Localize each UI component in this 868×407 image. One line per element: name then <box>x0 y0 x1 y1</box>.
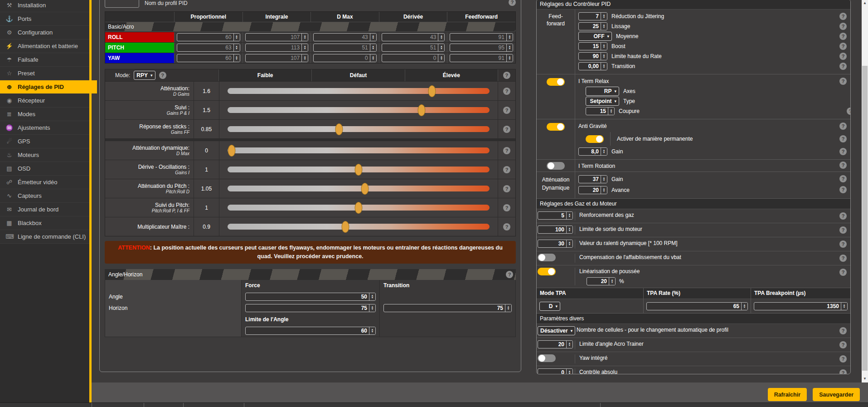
help-icon[interactable]: ? <box>839 369 847 374</box>
stepper-arrows[interactable]: ▲▼ <box>369 293 375 300</box>
sidebar-item-sensors[interactable]: ∿Capteurs <box>0 189 89 203</box>
sidebar-item-cli[interactable]: ⌨Ligne de commande (CLI) <box>0 230 89 244</box>
stepper-arrows[interactable]: ▲▼ <box>301 44 308 51</box>
yaw-i-input[interactable]: 107▲▼ <box>245 54 309 62</box>
yaw-d-input[interactable]: 0▲▼ <box>382 54 445 62</box>
help-icon[interactable]: ? <box>503 147 510 154</box>
pitch-dmax-input[interactable]: 51▲▼ <box>313 44 377 52</box>
slider-track[interactable] <box>228 167 490 172</box>
stepper-arrows[interactable]: ▲▼ <box>370 34 376 41</box>
throttle-boost-input[interactable]: 5▲▼ <box>538 211 573 220</box>
thrust-linearization-input[interactable]: 20▲▼ <box>587 277 616 285</box>
stepper-arrows[interactable]: ▲▼ <box>741 303 747 310</box>
stepper-arrows[interactable]: ▲▼ <box>369 327 375 334</box>
stepper-arrows[interactable]: ▲▼ <box>566 226 572 233</box>
slider-knob[interactable] <box>417 104 425 116</box>
stepper-arrows[interactable]: ▲▼ <box>601 63 607 70</box>
help-icon[interactable]: ? <box>839 162 847 169</box>
help-icon[interactable]: ? <box>839 53 847 60</box>
roll-d-input[interactable]: 43▲▼ <box>382 33 445 41</box>
pitch-p-input[interactable]: 63▲▼ <box>177 44 240 52</box>
stepper-arrows[interactable]: ▲▼ <box>233 34 240 41</box>
ff-transition-input[interactable]: 0,00▲▼ <box>578 62 607 70</box>
refresh-button[interactable]: Rafraîchir <box>768 388 807 401</box>
help-icon[interactable]: ? <box>839 175 847 182</box>
anti-gravity-toggle[interactable] <box>547 123 565 131</box>
dyn-damping-gain-input[interactable]: 37▲▼ <box>578 175 607 183</box>
help-icon[interactable]: ? <box>847 108 851 115</box>
stepper-arrows[interactable]: ▲▼ <box>506 34 513 41</box>
slider-track[interactable] <box>228 224 490 230</box>
vbat-compensation-toggle[interactable] <box>538 254 556 261</box>
stepper-arrows[interactable]: ▲▼ <box>301 54 308 62</box>
sidebar-item-modes[interactable]: ≣Modes <box>0 108 89 121</box>
integrated-yaw-toggle[interactable] <box>538 354 556 362</box>
anti-gravity-gain-input[interactable]: 8,0▲▼ <box>578 147 607 156</box>
angle-limit-input[interactable]: 60▲▼ <box>245 327 376 335</box>
help-icon[interactable]: ? <box>503 204 510 211</box>
sidebar-item-failsafe[interactable]: ☂Failsafe <box>0 53 89 67</box>
iterm-relax-type-select[interactable]: Setpoint▾ <box>586 97 619 106</box>
sidebar-item-installation[interactable]: ⚒Installation <box>0 0 89 12</box>
stepper-arrows[interactable]: ▲▼ <box>566 240 572 247</box>
help-icon[interactable]: ? <box>839 135 847 142</box>
help-icon[interactable]: ? <box>159 72 166 79</box>
stepper-arrows[interactable]: ▲▼ <box>301 34 308 41</box>
save-button[interactable]: Sauvegarder <box>813 388 860 401</box>
roll-ff-input[interactable]: 91▲▼ <box>450 33 513 41</box>
ff-averaging-select[interactable]: OFF▾ <box>578 32 612 41</box>
stepper-arrows[interactable]: ▲▼ <box>566 212 572 219</box>
cell-count-select[interactable]: Désactiver▾ <box>538 326 575 335</box>
stepper-arrows[interactable]: ▲▼ <box>506 44 513 51</box>
slider-track[interactable] <box>228 205 490 211</box>
stepper-arrows[interactable]: ▲▼ <box>601 176 607 183</box>
pitch-i-input[interactable]: 113▲▼ <box>245 44 309 52</box>
stepper-arrows[interactable]: ▲▼ <box>369 304 375 312</box>
help-icon[interactable]: ? <box>839 43 847 50</box>
absolute-control-input[interactable]: 0▲▼ <box>538 368 573 374</box>
ff-jitter-input[interactable]: 7▲▼ <box>578 12 607 20</box>
slider-knob[interactable] <box>335 123 343 135</box>
help-icon[interactable]: ? <box>839 33 847 40</box>
stepper-arrows[interactable]: ▲▼ <box>601 148 607 155</box>
iterm-rotation-toggle[interactable] <box>547 162 565 170</box>
stepper-arrows[interactable]: ▲▼ <box>506 54 513 62</box>
yaw-p-input[interactable]: 60▲▼ <box>177 54 240 62</box>
motor-output-limit-input[interactable]: 100▲▼ <box>538 226 573 234</box>
sidebar-item-motors[interactable]: ♨Moteurs <box>0 148 89 162</box>
dynamic-idle-input[interactable]: 30▲▼ <box>538 240 573 248</box>
scrollbar-thumb[interactable] <box>862 66 868 371</box>
stepper-arrows[interactable]: ▲▼ <box>233 44 240 51</box>
sidebar-item-vtx[interactable]: ☍Émetteur vidéo <box>0 176 89 189</box>
stepper-arrows[interactable]: ▲▼ <box>601 53 607 60</box>
sidebar-item-receiver[interactable]: ◉Récepteur <box>0 94 89 108</box>
slider-knob[interactable] <box>355 164 363 176</box>
help-icon[interactable]: ? <box>839 23 847 30</box>
slider-track[interactable] <box>228 186 490 191</box>
scroll-down-arrow[interactable]: ▼ <box>862 377 868 381</box>
help-icon[interactable]: ? <box>839 341 847 348</box>
iterm-relax-cutoff-input[interactable]: 15▲▼ <box>586 107 615 115</box>
acro-trainer-angle-input[interactable]: 20▲▼ <box>538 340 573 348</box>
pitch-ff-input[interactable]: 95▲▼ <box>450 44 513 52</box>
stepper-arrows[interactable]: ▲▼ <box>370 54 376 62</box>
stepper-arrows[interactable]: ▲▼ <box>609 278 615 285</box>
help-icon[interactable]: ? <box>839 269 847 276</box>
help-icon[interactable]: ? <box>503 185 510 192</box>
help-icon[interactable]: ? <box>839 186 847 193</box>
roll-i-input[interactable]: 107▲▼ <box>245 33 309 41</box>
horizon-transition-input[interactable]: 75▲▼ <box>383 304 512 312</box>
ff-boost-input[interactable]: 15▲▼ <box>578 42 607 50</box>
sidebar-item-logging[interactable]: ✉Journal de bord <box>0 203 89 216</box>
sidebar-item-gps[interactable]: ☄GPS <box>0 135 89 148</box>
anti-gravity-permanent-toggle[interactable] <box>586 135 604 143</box>
slider-track[interactable] <box>228 107 490 113</box>
stepper-arrows[interactable]: ▲▼ <box>438 34 444 41</box>
slider-track[interactable] <box>228 88 490 94</box>
yaw-dmax-input[interactable]: 0▲▼ <box>313 54 377 62</box>
slider-knob[interactable] <box>342 221 349 233</box>
help-icon[interactable]: ? <box>506 271 513 278</box>
help-icon[interactable]: ? <box>839 63 847 70</box>
ff-max-rate-limit-input[interactable]: 90▲▼ <box>578 52 607 60</box>
help-icon[interactable]: ? <box>839 148 847 155</box>
